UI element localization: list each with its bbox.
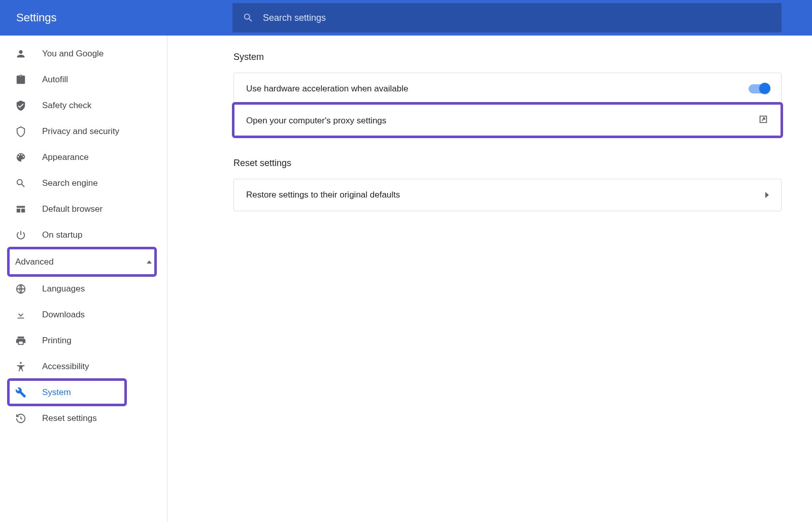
sidebar-item-default-browser[interactable]: Default browser — [0, 196, 167, 222]
setting-label: Restore settings to their original defau… — [246, 190, 400, 200]
shield-check-icon — [15, 100, 26, 111]
globe-icon — [15, 283, 26, 295]
setting-label: Open your computer's proxy settings — [246, 116, 386, 126]
sidebar-item-autofill[interactable]: Autofill — [0, 67, 167, 92]
svg-point-1 — [20, 362, 22, 364]
sidebar-label: Downloads — [42, 310, 85, 320]
sidebar-label: Search engine — [42, 178, 98, 188]
restore-icon — [15, 413, 26, 424]
system-settings-card: Use hardware acceleration when available… — [233, 73, 782, 137]
sidebar-label: On startup — [42, 230, 82, 240]
sidebar-item-languages[interactable]: Languages — [0, 276, 167, 302]
sidebar-label: Appearance — [42, 152, 89, 162]
search-input[interactable] — [263, 13, 771, 23]
external-link-icon — [758, 114, 769, 127]
wrench-icon — [15, 387, 26, 398]
main-content: System Use hardware acceleration when av… — [167, 36, 812, 522]
search-field[interactable] — [232, 3, 782, 32]
sidebar-label: Safety check — [42, 101, 91, 111]
setting-proxy[interactable]: Open your computer's proxy settings — [234, 105, 781, 136]
sidebar-item-you-and-google[interactable]: You and Google — [0, 41, 167, 67]
sidebar-item-appearance[interactable]: Appearance — [0, 144, 167, 170]
sidebar-item-system[interactable]: System — [0, 379, 167, 405]
settings-sidebar: You and Google Autofill Safety check Pri… — [0, 36, 167, 522]
arrow-right-icon — [765, 192, 769, 198]
palette-icon — [15, 152, 26, 163]
clipboard-icon — [15, 74, 26, 85]
search-icon — [243, 12, 254, 23]
sidebar-label: System — [42, 387, 71, 398]
page-title: Settings — [16, 11, 57, 24]
search-icon — [15, 178, 26, 189]
sidebar-advanced-toggle[interactable]: Advanced — [0, 248, 167, 276]
sidebar-item-search-engine[interactable]: Search engine — [0, 170, 167, 196]
sidebar-item-safety-check[interactable]: Safety check — [0, 92, 167, 118]
download-icon — [15, 309, 26, 320]
section-title-system: System — [233, 52, 782, 62]
sidebar-item-printing[interactable]: Printing — [0, 328, 167, 353]
person-icon — [15, 48, 26, 59]
sidebar-item-on-startup[interactable]: On startup — [0, 222, 167, 248]
advanced-label: Advanced — [15, 257, 54, 267]
sidebar-label: Languages — [42, 284, 85, 294]
sidebar-label: Default browser — [42, 204, 103, 214]
accessibility-icon — [15, 361, 26, 372]
power-icon — [15, 230, 26, 241]
shield-icon — [15, 126, 26, 137]
browser-icon — [15, 204, 26, 215]
sidebar-item-accessibility[interactable]: Accessibility — [0, 353, 167, 379]
toggle-thumb — [759, 83, 770, 94]
sidebar-label: Reset settings — [42, 413, 97, 423]
sidebar-item-reset-settings[interactable]: Reset settings — [0, 405, 167, 431]
sidebar-item-privacy[interactable]: Privacy and security — [0, 118, 167, 144]
header-toolbar: Settings — [0, 0, 812, 36]
reset-settings-card: Restore settings to their original defau… — [233, 179, 782, 211]
toggle-hw-accel[interactable] — [749, 84, 769, 93]
sidebar-label: Privacy and security — [42, 126, 119, 137]
sidebar-label: You and Google — [42, 49, 104, 59]
setting-label: Use hardware acceleration when available — [246, 84, 408, 94]
chevron-up-icon — [147, 260, 152, 264]
section-title-reset: Reset settings — [233, 158, 782, 169]
sidebar-item-downloads[interactable]: Downloads — [0, 302, 167, 328]
setting-restore-defaults[interactable]: Restore settings to their original defau… — [234, 179, 781, 211]
setting-hw-accel[interactable]: Use hardware acceleration when available — [234, 73, 781, 105]
printer-icon — [15, 335, 26, 346]
sidebar-label: Autofill — [42, 75, 68, 85]
sidebar-label: Accessibility — [42, 362, 89, 372]
sidebar-label: Printing — [42, 336, 72, 346]
